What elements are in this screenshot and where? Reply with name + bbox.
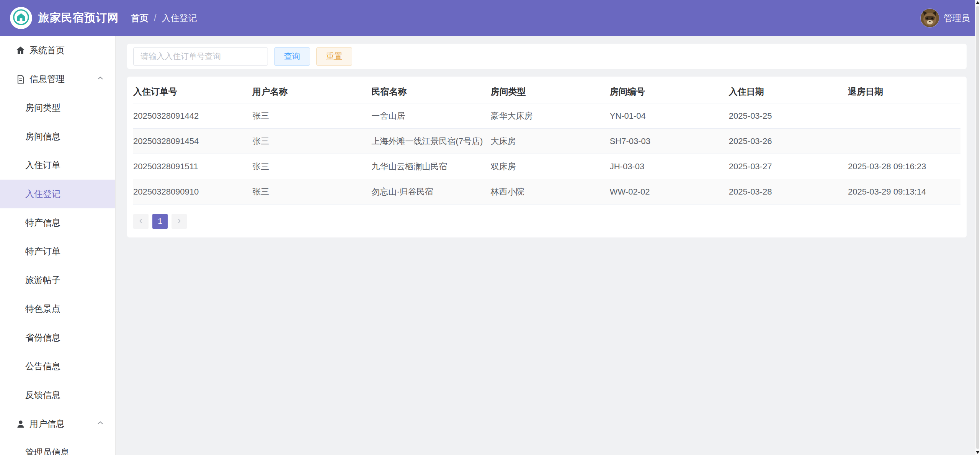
user-role-label: 管理员 (944, 12, 970, 24)
sidebar-item-label: 房间信息 (25, 131, 60, 142)
main-content: 查询 重置 入住订单号 用户名称 民宿名称 房间类型 房间编号 入住日期 退房日… (116, 36, 975, 455)
cell-room-no: SH7-03-03 (610, 129, 729, 154)
cell-room-type: 双床房 (491, 154, 610, 179)
reset-button[interactable]: 重置 (316, 47, 352, 66)
column-header-checkout-date: 退房日期 (848, 80, 960, 103)
breadcrumb-current: 入住登记 (162, 12, 197, 24)
chevron-up-icon (96, 419, 105, 429)
sidebar-item-room-info[interactable]: 房间信息 (0, 122, 115, 151)
sidebar-item-label: 特产信息 (25, 217, 60, 229)
search-input[interactable] (133, 47, 268, 66)
document-icon (15, 74, 26, 84)
chevron-left-icon (137, 217, 145, 226)
cell-homestay-name: 一舍山居 (371, 103, 490, 129)
sidebar-item-specialty-info[interactable]: 特产信息 (0, 208, 115, 237)
sidebar-item-label: 公告信息 (25, 360, 60, 372)
sidebar-item-label: 旅游帖子 (25, 274, 60, 286)
sidebar-item-admin-info[interactable]: 管理员信息 (0, 438, 115, 455)
top-header: 旅家民宿预订网 首页 / 入住登记 管理员 (0, 0, 980, 36)
table-row: 20250328091442 张三 一舍山居 豪华大床房 YN-01-04 20… (133, 103, 960, 129)
avatar[interactable] (921, 9, 939, 27)
cell-checkout-date: 2025-03-29 09:13:14 (848, 179, 960, 205)
sidebar-section-users[interactable]: 用户信息 (0, 409, 115, 438)
cell-checkin-date: 2025-03-28 (729, 179, 848, 205)
column-header-room-type: 房间类型 (491, 80, 610, 103)
column-header-order-no: 入住订单号 (133, 80, 252, 103)
sidebar-item-label: 入住登记 (25, 188, 60, 200)
sidebar-item-announcement-info[interactable]: 公告信息 (0, 352, 115, 381)
app-logo (10, 7, 32, 29)
cat-avatar-image (921, 9, 939, 27)
column-header-room-no: 房间编号 (610, 80, 729, 103)
scroll-up-arrow-icon[interactable] (976, 1, 980, 4)
cell-checkin-date: 2025-03-25 (729, 103, 848, 129)
cell-order-no: 20250328091454 (133, 129, 252, 154)
sidebar-item-province-info[interactable]: 省份信息 (0, 323, 115, 352)
cell-room-type: 林西小院 (491, 179, 610, 205)
table-row: 20250328091511 张三 九华山云栖澜山民宿 双床房 JH-03-03… (133, 154, 960, 179)
chevron-up-icon (96, 74, 105, 85)
sidebar-item-checkin-order[interactable]: 入住订单 (0, 151, 115, 180)
table-header-row: 入住订单号 用户名称 民宿名称 房间类型 房间编号 入住日期 退房日期 (133, 80, 960, 103)
table-row: 20250328090910 张三 勿忘山·归谷民宿 林西小院 WW-02-02… (133, 179, 960, 205)
cell-homestay-name: 勿忘山·归谷民宿 (371, 179, 490, 205)
cell-room-no: JH-03-03 (610, 154, 729, 179)
sidebar-item-label: 管理员信息 (25, 447, 69, 455)
sidebar-item-checkin-register[interactable]: 入住登记 (0, 180, 115, 208)
cell-user-name: 张三 (252, 154, 371, 179)
column-header-checkin-date: 入住日期 (729, 80, 848, 103)
sidebar-item-feedback-info[interactable]: 反馈信息 (0, 381, 115, 409)
cell-checkout-date (848, 103, 960, 129)
cell-order-no: 20250328090910 (133, 179, 252, 205)
breadcrumb-separator: / (154, 13, 156, 23)
cell-checkin-date: 2025-03-26 (729, 129, 848, 154)
cell-homestay-name: 九华山云栖澜山民宿 (371, 154, 490, 179)
scrollbar-thumb[interactable] (976, 6, 979, 449)
checkin-table: 入住订单号 用户名称 民宿名称 房间类型 房间编号 入住日期 退房日期 2025… (133, 80, 960, 205)
cell-checkout-date: 2025-03-28 09:16:23 (848, 154, 960, 179)
cell-order-no: 20250328091511 (133, 154, 252, 179)
table-row: 20250328091454 张三 上海外滩一线江景民宿(7号店) 大床房 SH… (133, 129, 960, 154)
app-title: 旅家民宿预订网 (38, 10, 119, 26)
sidebar-section-label: 信息管理 (29, 73, 65, 85)
sidebar-item-room-type[interactable]: 房间类型 (0, 93, 115, 122)
cell-checkout-date (848, 129, 960, 154)
column-header-homestay-name: 民宿名称 (371, 80, 490, 103)
chevron-right-icon (175, 217, 183, 226)
cell-homestay-name: 上海外滩一线江景民宿(7号店) (371, 129, 490, 154)
cell-room-no: YN-01-04 (610, 103, 729, 129)
cell-room-type: 大床房 (491, 129, 610, 154)
sidebar-item-specialty-order[interactable]: 特产订单 (0, 237, 115, 266)
sidebar-item-home[interactable]: 系统首页 (0, 36, 115, 65)
home-icon (15, 45, 26, 56)
house-logo-icon (12, 8, 30, 28)
checkin-table-panel: 入住订单号 用户名称 民宿名称 房间类型 房间编号 入住日期 退房日期 2025… (127, 77, 967, 237)
user-icon (15, 419, 26, 429)
cell-user-name: 张三 (252, 129, 371, 154)
sidebar-item-label: 入住订单 (25, 159, 60, 171)
breadcrumb: 首页 / 入住登记 (131, 12, 197, 24)
sidebar-item-scenic-spots[interactable]: 特色景点 (0, 295, 115, 323)
column-header-user-name: 用户名称 (252, 80, 371, 103)
cell-user-name: 张三 (252, 179, 371, 205)
header-user-area: 管理员 (921, 9, 970, 27)
cell-order-no: 20250328091442 (133, 103, 252, 129)
sidebar-item-label: 省份信息 (25, 332, 60, 344)
pagination-next-button[interactable] (172, 214, 187, 229)
pagination: 1 (133, 214, 960, 229)
scroll-down-arrow-icon[interactable] (976, 451, 980, 454)
sidebar: 系统首页 信息管理 房间类型 房间信息 入住订单 入住登记 特产信息 特产订单 … (0, 36, 116, 455)
cell-checkin-date: 2025-03-27 (729, 154, 848, 179)
breadcrumb-home-link[interactable]: 首页 (131, 12, 149, 24)
cell-user-name: 张三 (252, 103, 371, 129)
sidebar-item-label: 系统首页 (29, 44, 65, 56)
sidebar-item-travel-posts[interactable]: 旅游帖子 (0, 266, 115, 295)
pagination-prev-button[interactable] (133, 214, 149, 229)
cell-room-type: 豪华大床房 (491, 103, 610, 129)
sidebar-section-label: 用户信息 (29, 418, 65, 430)
query-button[interactable]: 查询 (274, 47, 310, 66)
search-panel: 查询 重置 (127, 44, 967, 69)
sidebar-section-info[interactable]: 信息管理 (0, 65, 115, 93)
vertical-scrollbar[interactable] (975, 0, 980, 455)
pagination-page-1[interactable]: 1 (152, 214, 168, 229)
